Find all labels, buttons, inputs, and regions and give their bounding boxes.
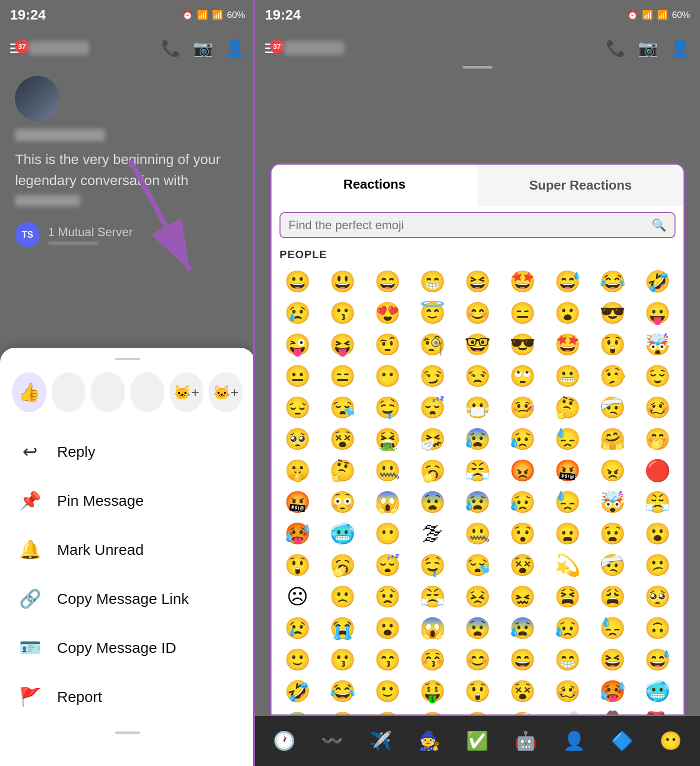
right-hamburger-menu[interactable]: 37 — [265, 44, 279, 53]
emoji-cell-72[interactable]: 🥵 — [276, 518, 320, 549]
emoji-cell-119[interactable]: 🙂 — [366, 676, 410, 706]
emoji-cell-34[interactable]: 🤥 — [590, 361, 634, 391]
emoji-cell-95[interactable]: 😖 — [500, 581, 544, 612]
emoji-cell-86[interactable]: 😵 — [500, 550, 544, 580]
emoji-cell-97[interactable]: 😩 — [590, 581, 634, 612]
emoji-cell-37[interactable]: 😪 — [320, 392, 364, 423]
emoji-cell-99[interactable]: 😢 — [276, 613, 320, 643]
emoji-cell-50[interactable]: 😥 — [500, 424, 544, 454]
emoji-cell-122[interactable]: 😵 — [500, 676, 544, 706]
emoji-cell-80[interactable]: 😮 — [636, 518, 680, 549]
emoji-cell-63[interactable]: 🤬 — [276, 487, 320, 517]
emoji-cell-77[interactable]: 😯 — [500, 518, 544, 549]
emoji-cell-13[interactable]: 😊 — [456, 298, 500, 328]
right-phone-icon[interactable]: 📞 — [606, 39, 626, 58]
emoji-cell-104[interactable]: 😰 — [500, 613, 544, 643]
emoji-cell-93[interactable]: 😤 — [410, 581, 454, 612]
emoji-search-input[interactable] — [288, 218, 646, 232]
emoji-cell-85[interactable]: 😪 — [456, 550, 500, 580]
tab-reactions[interactable]: Reactions — [272, 165, 478, 206]
nav-plane-icon[interactable]: ✈️ — [370, 730, 392, 751]
emoji-cell-83[interactable]: 😴 — [366, 550, 410, 580]
emoji-cell-42[interactable]: 🤔 — [546, 392, 590, 423]
emoji-cell-35[interactable]: 😌 — [636, 361, 680, 391]
emoji-cell-39[interactable]: 😴 — [410, 392, 454, 423]
mark-unread-item[interactable]: 🔔 Mark Unread — [0, 525, 255, 574]
emoji-cell-0[interactable]: 😀 — [276, 266, 320, 297]
emoji-cell-53[interactable]: 🤭 — [636, 424, 680, 454]
nav-character-icon[interactable]: 🧙 — [418, 730, 440, 751]
emoji-cell-44[interactable]: 🥴 — [636, 392, 680, 423]
emoji-cell-69[interactable]: 😓 — [546, 487, 590, 517]
emoji-cell-118[interactable]: 😂 — [320, 676, 364, 706]
emoji-cell-38[interactable]: 🤤 — [366, 392, 410, 423]
emoji-cell-78[interactable]: 😦 — [546, 518, 590, 549]
emoji-cell-6[interactable]: 😅 — [546, 266, 590, 297]
emoji-cell-121[interactable]: 😲 — [456, 676, 500, 706]
emoji-cell-84[interactable]: 🤤 — [410, 550, 454, 580]
emoji-cell-96[interactable]: 😫 — [546, 581, 590, 612]
reply-item[interactable]: ↩ Reply — [0, 427, 255, 476]
emoji-cell-25[interactable]: 😲 — [590, 329, 634, 360]
emoji-cell-73[interactable]: 🥶 — [320, 518, 364, 549]
emoji-cell-54[interactable]: 🤫 — [276, 455, 320, 486]
emoji-cell-55[interactable]: 🤔 — [320, 455, 364, 486]
emoji-cell-49[interactable]: 😰 — [456, 424, 500, 454]
emoji-cell-90[interactable]: ☹ — [276, 581, 320, 612]
emoji-cell-132[interactable]: 🩹 — [546, 707, 590, 714]
emoji-cell-45[interactable]: 🥺 — [276, 424, 320, 454]
emoji-cell-11[interactable]: 😍 — [366, 298, 410, 328]
emoji-cell-28[interactable]: 😑 — [320, 361, 364, 391]
emoji-cell-89[interactable]: 😕 — [636, 550, 680, 580]
emoji-cell-51[interactable]: 😓 — [546, 424, 590, 454]
emoji-cell-43[interactable]: 🤕 — [590, 392, 634, 423]
emoji-cell-82[interactable]: 🥱 — [320, 550, 364, 580]
emoji-cell-124[interactable]: 🥵 — [590, 676, 634, 706]
emoji-cell-91[interactable]: 🙁 — [320, 581, 364, 612]
emoji-cell-29[interactable]: 😶 — [366, 361, 410, 391]
emoji-cell-88[interactable]: 🤕 — [590, 550, 634, 580]
copy-message-link-item[interactable]: 🔗 Copy Message Link — [0, 574, 255, 623]
emoji-cell-52[interactable]: 🤗 — [590, 424, 634, 454]
emoji-cell-62[interactable]: 🔴 — [636, 455, 680, 486]
emoji-cell-75[interactable]: 🌫 — [410, 518, 454, 549]
emoji-cell-67[interactable]: 😰 — [456, 487, 500, 517]
emoji-cell-61[interactable]: 😠 — [590, 455, 634, 486]
emoji-cell-134[interactable]: 👺 — [636, 707, 680, 714]
emoji-cell-126[interactable]: 🤢 — [276, 707, 320, 714]
emoji-cell-5[interactable]: 🤩 — [500, 266, 544, 297]
emoji-cell-123[interactable]: 🥴 — [546, 676, 590, 706]
emoji-cell-87[interactable]: 💫 — [546, 550, 590, 580]
emoji-cell-60[interactable]: 🤬 — [546, 455, 590, 486]
emoji-cell-66[interactable]: 😨 — [410, 487, 454, 517]
emoji-cell-65[interactable]: 😱 — [366, 487, 410, 517]
emoji-thumbsup[interactable]: 👍 — [12, 372, 46, 412]
emoji-cell-21[interactable]: 🧐 — [410, 329, 454, 360]
emoji-cell-10[interactable]: 😗 — [320, 298, 364, 328]
emoji-cell-57[interactable]: 🥱 — [410, 455, 454, 486]
video-icon[interactable]: 📷 — [193, 39, 213, 58]
emoji-cell-12[interactable]: 😇 — [410, 298, 454, 328]
emoji-cell-129[interactable]: 😷 — [410, 707, 454, 714]
emoji-cell-64[interactable]: 😳 — [320, 487, 364, 517]
emoji-cell-19[interactable]: 😝 — [320, 329, 364, 360]
emoji-cell-41[interactable]: 🤒 — [500, 392, 544, 423]
emoji-cell-109[interactable]: 😗 — [320, 644, 364, 675]
emoji-cell-68[interactable]: 😥 — [500, 487, 544, 517]
emoji-cell-56[interactable]: 🤐 — [366, 455, 410, 486]
emoji-cell-74[interactable]: 😶 — [366, 518, 410, 549]
emoji-cell-27[interactable]: 😐 — [276, 361, 320, 391]
emoji-cell-4[interactable]: 😆 — [456, 266, 500, 297]
emoji-cell-100[interactable]: 😭 — [320, 613, 364, 643]
nav-face-icon[interactable]: 😶 — [660, 730, 682, 751]
emoji-cell-8[interactable]: 🤣 — [636, 266, 680, 297]
emoji-cell-22[interactable]: 🤓 — [456, 329, 500, 360]
emoji-cell-36[interactable]: 😔 — [276, 392, 320, 423]
emoji-cell-116[interactable]: 😅 — [636, 644, 680, 675]
emoji-cell-16[interactable]: 😎 — [590, 298, 634, 328]
emoji-cell-103[interactable]: 😨 — [456, 613, 500, 643]
emoji-cell-47[interactable]: 🤮 — [366, 424, 410, 454]
report-item[interactable]: 🚩 Report — [0, 672, 255, 721]
emoji-cell-46[interactable]: 😵 — [320, 424, 364, 454]
emoji-cell-14[interactable]: 😑 — [500, 298, 544, 328]
